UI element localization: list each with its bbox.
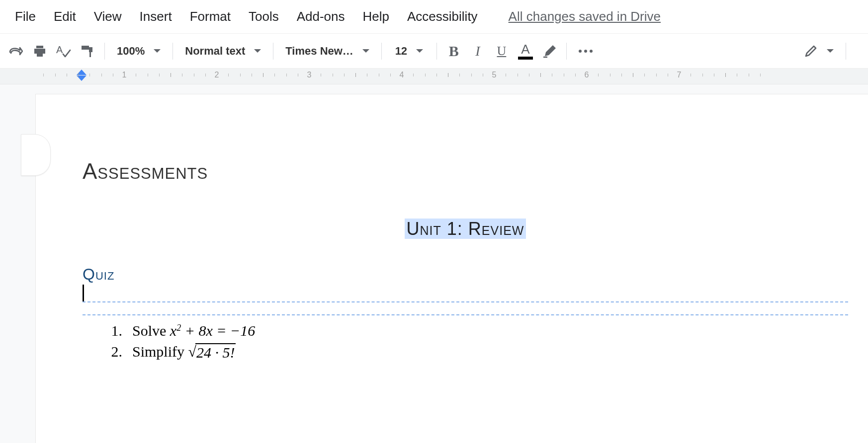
text-color-button[interactable]: A	[514, 39, 537, 63]
spellcheck-icon: A	[56, 44, 71, 58]
equation[interactable]: √24 · 5!	[188, 343, 236, 360]
text-caret	[83, 285, 84, 301]
print-button[interactable]	[28, 39, 52, 63]
spellcheck-button[interactable]: A	[52, 39, 76, 63]
chevron-down-icon	[362, 49, 369, 53]
underline-icon: U	[497, 44, 506, 59]
highlight-button[interactable]	[537, 39, 561, 63]
zoom-value: 100%	[117, 45, 145, 58]
editing-mode-button[interactable]	[804, 39, 834, 63]
google-docs-window: File Edit View Insert Format Tools Add-o…	[0, 0, 868, 443]
list-label: Solve	[132, 322, 170, 339]
menu-view[interactable]: View	[94, 9, 122, 24]
chevron-down-icon	[254, 49, 261, 53]
font-family-value: Times New…	[285, 45, 353, 58]
toolbar-separator	[381, 43, 382, 60]
ruler-number: 5	[492, 71, 497, 79]
list-text[interactable]: Solve x2 + 8x = −16	[132, 322, 255, 339]
italic-button[interactable]: I	[466, 39, 490, 63]
heading-quiz[interactable]: Quiz	[83, 265, 848, 284]
list-number: 1.	[106, 322, 122, 339]
redo-icon	[9, 46, 23, 56]
document-title-heading[interactable]: Assessments	[83, 159, 848, 184]
selected-text[interactable]: Unit 1: Review	[405, 219, 526, 239]
font-family-select[interactable]: Times New…	[278, 45, 376, 58]
zoom-select[interactable]: 100%	[110, 45, 168, 58]
toolbar-separator	[846, 43, 846, 60]
menu-insert[interactable]: Insert	[140, 9, 172, 24]
ruler-number: 6	[585, 71, 589, 79]
outline-toggle[interactable]	[21, 134, 51, 176]
text-color-icon: A	[518, 43, 533, 60]
list-item[interactable]: 1. Solve x2 + 8x = −16	[106, 322, 848, 339]
menu-file[interactable]: File	[15, 9, 36, 24]
more-tools-button[interactable]	[572, 39, 600, 63]
menu-format[interactable]: Format	[190, 9, 231, 24]
paragraph-style-select[interactable]: Normal text	[178, 45, 268, 58]
ruler-number: 2	[215, 71, 219, 79]
menu-edit[interactable]: Edit	[54, 9, 76, 24]
quiz-list[interactable]: 1. Solve x2 + 8x = −16 2. Simplify √24 ·…	[83, 322, 848, 361]
menu-help[interactable]: Help	[363, 9, 389, 24]
menu-tools[interactable]: Tools	[249, 9, 279, 24]
horizontal-ruler[interactable]: 1234567	[0, 69, 868, 84]
ruler-number: 3	[307, 71, 312, 79]
list-text[interactable]: Simplify √24 · 5!	[132, 343, 236, 361]
paint-format-button[interactable]	[76, 39, 99, 63]
list-number: 2.	[106, 343, 122, 361]
toolbar-separator	[273, 43, 273, 60]
section-divider	[83, 314, 848, 315]
page-content[interactable]: Assessments Unit 1: Review Quiz 1. Solve…	[83, 159, 848, 365]
font-size-value: 12	[395, 45, 407, 58]
ruler-number: 7	[677, 71, 682, 79]
document-subtitle[interactable]: Unit 1: Review	[83, 219, 848, 239]
more-icon	[579, 50, 593, 53]
toolbar-separator	[104, 43, 105, 60]
ruler-number: 4	[400, 71, 404, 79]
document-workspace: Assessments Unit 1: Review Quiz 1. Solve…	[0, 84, 868, 443]
bold-button[interactable]: B	[442, 39, 466, 63]
list-label: Simplify	[132, 343, 188, 360]
save-status[interactable]: All changes saved in Drive	[509, 9, 661, 24]
page[interactable]: Assessments Unit 1: Review Quiz 1. Solve…	[36, 94, 868, 443]
underline-button[interactable]: U	[490, 39, 514, 63]
print-icon	[33, 45, 47, 58]
pencil-icon	[804, 44, 818, 58]
list-item[interactable]: 2. Simplify √24 · 5!	[106, 343, 848, 361]
svg-text:A: A	[56, 44, 63, 55]
ruler-number: 1	[122, 71, 127, 79]
font-size-select[interactable]: 12	[387, 45, 432, 58]
menu-accessibility[interactable]: Accessibility	[407, 9, 478, 24]
equation[interactable]: x2 + 8x = −16	[170, 322, 255, 339]
highlight-icon	[542, 44, 557, 58]
bold-icon: B	[449, 43, 459, 60]
paragraph-style-value: Normal text	[185, 45, 245, 58]
chevron-down-icon	[154, 49, 161, 53]
toolbar-separator	[173, 43, 173, 60]
chevron-down-icon	[827, 49, 834, 53]
ruler-scale: 1234567	[27, 69, 868, 84]
toolbar-separator	[566, 43, 567, 60]
menu-bar: File Edit View Insert Format Tools Add-o…	[0, 0, 868, 34]
toolbar: A 100% Normal text Times New… 12 B I U	[0, 34, 868, 69]
chevron-down-icon	[416, 49, 423, 53]
paint-format-icon	[80, 44, 95, 58]
italic-icon: I	[475, 43, 480, 59]
menu-addons[interactable]: Add-ons	[297, 9, 345, 24]
toolbar-separator	[436, 43, 437, 60]
redo-button[interactable]	[4, 39, 28, 63]
insertion-point-line[interactable]	[83, 286, 848, 302]
